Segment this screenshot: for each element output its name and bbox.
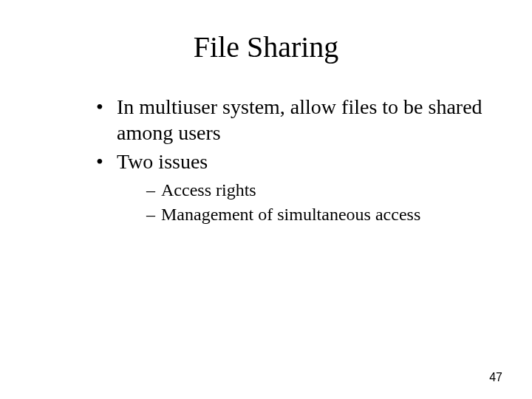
sub-bullet-item: Access rights	[146, 179, 488, 202]
sub-bullet-text: Management of simultaneous access	[161, 205, 420, 224]
bullet-text: In multiuser system, allow files to be s…	[117, 95, 482, 144]
bullet-list: In multiuser system, allow files to be s…	[96, 94, 488, 226]
page-number: 47	[489, 371, 502, 384]
sub-bullet-list: Access rights Management of simultaneous…	[146, 179, 488, 226]
sub-bullet-item: Management of simultaneous access	[146, 203, 488, 226]
bullet-item: Two issues Access rights Management of s…	[96, 149, 488, 226]
bullet-item: In multiuser system, allow files to be s…	[96, 94, 488, 146]
bullet-text: Two issues	[117, 150, 208, 173]
slide: File Sharing In multiuser system, allow …	[0, 0, 532, 399]
slide-title: File Sharing	[44, 30, 488, 64]
sub-bullet-text: Access rights	[161, 180, 256, 200]
